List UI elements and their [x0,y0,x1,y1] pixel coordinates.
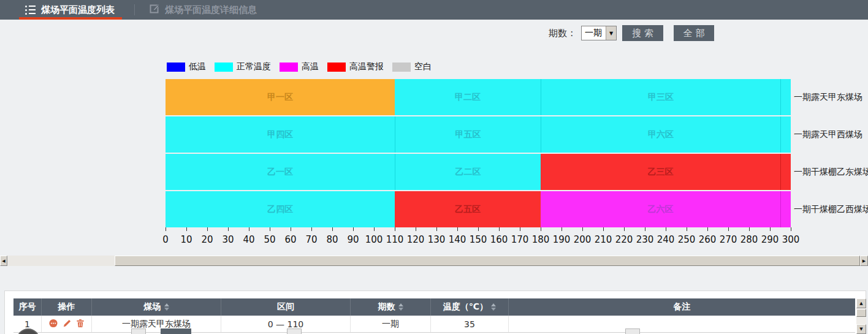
axis-tick [562,227,562,231]
axis-tick-label: 170 [511,234,529,245]
horizontal-scrollbar-thumb[interactable] [115,256,860,266]
axis-tick-label: 100 [365,234,383,245]
yard-row: 甲一区甲二区甲三区 [166,79,791,115]
axis-tick [749,227,750,231]
axis-tick-label: 0 [162,234,169,245]
axis-tick [249,227,249,231]
zone-block[interactable]: 甲五区 [395,116,541,153]
column-header-2[interactable]: 煤场 [92,298,221,316]
axis-tick-label: 30 [222,234,234,245]
axis-tick [603,227,604,231]
axis-tick [624,227,625,231]
axis-tick-label: 60 [284,234,296,245]
zone-block[interactable]: 乙三区 [541,154,780,190]
zone-block[interactable]: 甲六区 [541,116,780,153]
axis-tick-label: 130 [428,234,446,245]
zone-label: 甲六区 [648,129,674,140]
zone-block[interactable]: 乙一区 [166,154,395,190]
sort-arrows-icon[interactable] [398,303,403,311]
zone-label: 乙六区 [648,204,674,215]
axis-tick-label: 260 [699,234,717,245]
column-header-4[interactable]: 期数 [351,298,431,316]
yard-name-label: 一期干煤棚乙西煤场 [794,191,868,227]
zone-label: 乙三区 [648,167,674,178]
zone-block[interactable]: 乙四区 [166,191,395,227]
scroll-down-arrow[interactable]: ▼ [856,324,866,334]
axis-tick [478,227,479,231]
sort-arrows-icon[interactable] [164,303,169,311]
axis-tick [270,227,270,231]
column-header-label: 煤场 [144,302,161,313]
yard-name-label: 一期干煤棚乙东煤场 [794,154,868,190]
zone-block[interactable] [780,116,791,153]
axis-tick-label: 190 [553,234,571,245]
scroll-right-arrow[interactable]: ▶ [860,256,868,266]
zone-block[interactable] [780,79,791,115]
axis-tick-label: 230 [636,234,654,245]
comment-icon[interactable] [48,319,58,330]
cell-yard: 一期露天甲东煤场 [92,316,221,332]
axis-tick-label: 290 [761,234,779,245]
horizontal-scrollbar[interactable]: ◀ ▶ [0,256,868,266]
sort-arrows-icon[interactable] [491,303,496,311]
axis-tick-label: 110 [386,234,404,245]
table-header-row: 序号操作煤场区间期数温度（℃）备注 [13,298,855,316]
axis-tick-label: 20 [201,234,213,245]
axis-tick-label: 180 [532,234,550,245]
axis-tick [311,227,312,231]
axis-tick [228,227,229,231]
zone-block[interactable]: 乙二区 [395,154,541,190]
column-header-label: 序号 [19,302,36,313]
axis-tick [666,227,666,231]
column-header-6: 备注 [509,298,855,316]
axis-tick [186,227,187,231]
axis-tick [416,227,416,231]
delete-trash-icon[interactable] [76,319,85,330]
zone-block[interactable]: 乙六区 [541,191,780,227]
scroll-up-arrow[interactable]: ▲ [856,298,866,308]
pager-button-active[interactable] [161,328,191,334]
zone-block[interactable]: 甲四区 [166,116,395,153]
column-header-5[interactable]: 温度（℃） [431,298,509,316]
zone-label: 甲二区 [455,92,481,103]
scroll-left-arrow[interactable]: ◀ [0,256,7,266]
axis-tick-label: 300 [782,234,800,245]
axis-tick [291,227,291,231]
axis-tick [166,227,166,231]
pager-button[interactable] [287,328,302,334]
zone-label: 乙一区 [267,167,293,178]
yard-row: 甲四区甲五区甲六区 [166,116,791,153]
operations [48,319,85,330]
zone-block[interactable]: 甲三区 [541,79,780,115]
zone-label: 乙二区 [455,167,481,178]
axis-tick [541,227,541,231]
zone-label: 乙五区 [455,204,481,215]
pager-button[interactable] [131,328,146,334]
zone-label: 甲五区 [455,129,481,140]
axis-tick [374,227,375,231]
operations-cell [42,316,92,332]
temperature-table: 序号操作煤场区间期数温度（℃）备注1一期露天甲东煤场0 — 110一期35 [13,298,855,333]
axis-tick [582,227,583,231]
pager-button[interactable] [625,328,640,334]
axis-tick-label: 270 [720,234,737,245]
zone-block[interactable] [780,154,791,190]
axis-tick-label: 200 [574,234,592,245]
axis-tick [687,227,687,231]
vertical-scrollbar[interactable]: ▲ ▼ [856,298,866,334]
axis-tick-label: 160 [490,234,508,245]
zone-block[interactable]: 乙五区 [395,191,541,227]
zone-block[interactable] [780,191,791,227]
column-header-label: 区间 [277,302,294,313]
axis-tick-label: 70 [305,234,317,245]
cell-note [509,316,855,332]
axis-tick [520,227,520,231]
axis-tick-label: 210 [595,234,612,245]
axis-tick [457,227,458,231]
zone-block[interactable]: 甲二区 [395,79,541,115]
zone-block[interactable]: 甲一区 [166,79,395,115]
cell-period: 一期 [351,316,431,332]
edit-pencil-icon[interactable] [63,319,72,330]
axis-tick [207,227,208,231]
vertical-scrollbar-thumb[interactable] [856,309,866,317]
